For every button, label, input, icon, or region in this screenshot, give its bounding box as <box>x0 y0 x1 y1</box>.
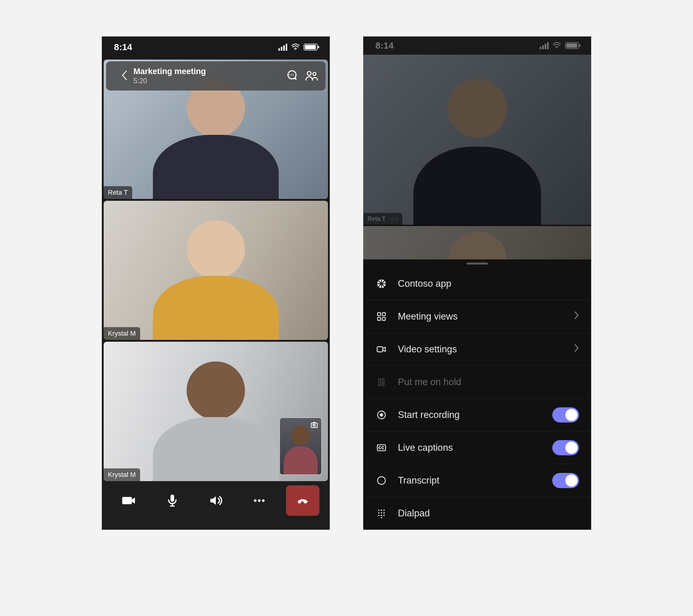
svg-rect-14 <box>377 317 380 320</box>
svg-point-32 <box>381 517 382 518</box>
dialpad-icon <box>375 508 388 518</box>
battery-icon <box>565 42 579 49</box>
phone-options-sheet-view: 8:14 Reta T <box>363 37 591 530</box>
svg-rect-17 <box>379 378 381 386</box>
svg-point-10 <box>556 47 557 48</box>
meeting-header: Marketing meeting 5:20 <box>106 61 325 90</box>
status-indicators <box>540 40 579 51</box>
toggle-switch[interactable] <box>552 407 579 423</box>
menu-label: Live captions <box>398 442 542 453</box>
svg-point-27 <box>381 512 382 514</box>
svg-point-8 <box>258 499 260 502</box>
chevron-right-icon <box>574 311 579 322</box>
participant-tile[interactable]: Krystal M <box>104 201 328 340</box>
svg-rect-6 <box>311 423 317 428</box>
svg-point-20 <box>380 413 383 416</box>
menu-item-transcript[interactable]: Transcript <box>363 464 591 497</box>
svg-point-9 <box>262 499 265 502</box>
record-icon <box>375 410 388 420</box>
svg-rect-16 <box>377 347 383 352</box>
call-toolbar <box>102 481 330 530</box>
meeting-duration: 5:20 <box>134 77 278 85</box>
status-time: 8:14 <box>114 42 132 52</box>
svg-point-29 <box>378 515 380 516</box>
scrim-overlay[interactable] <box>363 55 591 260</box>
svg-point-3 <box>293 75 294 75</box>
menu-item-captions[interactable]: Live captions <box>363 431 591 464</box>
participant-name: Krystal M <box>104 327 140 340</box>
video-grid: Reta T Krystal M Krystal M <box>102 58 330 481</box>
participant-tile[interactable]: Krystal M <box>104 342 328 481</box>
menu-item-dialpad[interactable]: Dialpad <box>363 497 591 530</box>
menu-item-video-settings[interactable]: Video settings <box>363 333 591 366</box>
participant-name: Krystal M <box>104 468 140 481</box>
svg-rect-12 <box>377 312 380 315</box>
toggle-switch[interactable] <box>552 440 579 455</box>
chevron-right-icon <box>574 344 579 355</box>
hold-icon <box>375 377 388 387</box>
toggle-switch[interactable] <box>552 473 579 488</box>
phone-meeting-view: 8:14 Marketing meeting 5:20 <box>102 37 330 530</box>
svg-rect-13 <box>382 312 385 315</box>
camera-toggle-button[interactable] <box>112 486 145 516</box>
svg-point-31 <box>383 515 385 516</box>
app-icon <box>375 279 388 289</box>
hang-up-button[interactable] <box>286 486 319 516</box>
circle-icon <box>375 475 388 486</box>
svg-point-0 <box>295 49 296 50</box>
menu-label: Dialpad <box>398 508 579 519</box>
svg-point-5 <box>313 72 316 75</box>
menu-item-contoso[interactable]: Contoso app <box>363 267 591 300</box>
menu-item-meeting-views[interactable]: Meeting views <box>363 300 591 333</box>
meeting-title: Marketing meeting <box>134 67 278 76</box>
wifi-icon <box>552 40 561 51</box>
svg-point-23 <box>378 510 380 511</box>
self-view[interactable] <box>279 417 322 475</box>
svg-point-24 <box>381 510 382 511</box>
back-button[interactable] <box>121 70 128 82</box>
participants-button[interactable] <box>305 69 318 83</box>
svg-point-4 <box>307 71 311 75</box>
status-time: 8:14 <box>375 40 394 51</box>
wifi-icon <box>291 42 300 52</box>
svg-point-22 <box>377 477 385 485</box>
more-options-button[interactable] <box>242 486 276 516</box>
svg-rect-15 <box>382 317 385 320</box>
status-bar: 8:14 <box>363 37 591 55</box>
status-bar: 8:14 <box>102 37 330 58</box>
cellular-icon <box>540 42 549 49</box>
svg-point-7 <box>254 499 257 502</box>
chat-button[interactable] <box>285 69 298 83</box>
svg-point-2 <box>291 75 292 75</box>
menu-label: Contoso app <box>398 278 579 289</box>
status-indicators <box>278 42 318 52</box>
menu-item-hold: Put me on hold <box>363 366 591 398</box>
cc-icon <box>375 443 388 453</box>
menu-label: Transcript <box>398 475 542 486</box>
options-sheet: Contoso app Meeting views Video settings <box>363 260 591 530</box>
svg-point-25 <box>383 510 385 511</box>
svg-point-26 <box>378 512 380 514</box>
meeting-title-block: Marketing meeting 5:20 <box>134 67 278 85</box>
menu-label: Meeting views <box>398 311 563 322</box>
menu-item-recording[interactable]: Start recording <box>363 398 591 431</box>
battery-icon <box>304 44 318 50</box>
microphone-toggle-button[interactable] <box>156 486 189 516</box>
svg-point-30 <box>381 515 382 516</box>
svg-rect-18 <box>382 378 384 386</box>
sheet-grabber[interactable] <box>467 263 488 265</box>
speaker-toggle-button[interactable] <box>199 486 233 516</box>
flip-camera-icon[interactable] <box>310 420 319 430</box>
menu-label: Video settings <box>398 344 563 355</box>
video-grid-dimmed: Reta T <box>363 55 591 260</box>
cellular-icon <box>278 44 287 51</box>
video-icon <box>375 344 388 354</box>
menu-label: Start recording <box>398 409 542 420</box>
participant-name: Reta T <box>104 186 132 199</box>
menu-label: Put me on hold <box>398 377 579 388</box>
svg-point-28 <box>383 512 385 514</box>
svg-point-1 <box>289 75 290 75</box>
grid-icon <box>375 311 388 322</box>
